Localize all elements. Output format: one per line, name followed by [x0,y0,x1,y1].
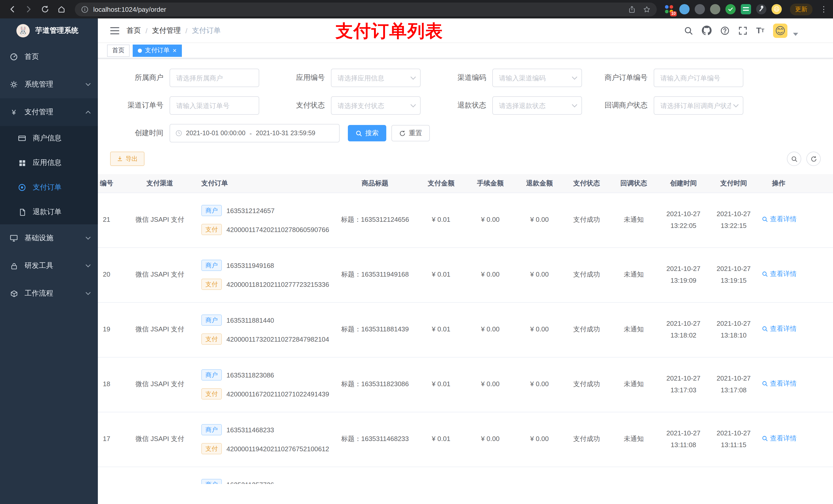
chevron-down-icon [572,104,577,107]
sidebar-item-home[interactable]: 首页 [0,43,98,71]
extension-proxy-icon[interactable]: 10 [664,4,674,14]
view-detail-link[interactable]: 查看详情 [762,214,796,225]
date-end-value[interactable]: 2021-10-31 23:59:59 [256,129,315,137]
order-id: 17 [103,435,111,443]
toggle-search-button[interactable] [787,152,801,166]
col-pay-order[interactable]: 支付订单 [195,174,334,193]
col-channel[interactable]: 支付渠道 [124,174,195,193]
extension-icon-green-check[interactable] [725,4,736,14]
export-button[interactable]: 导出 [110,152,144,166]
app-logo[interactable]: 🐰 芋道管理系统 [0,19,98,43]
merchant-order-no-field[interactable] [654,69,743,87]
payment-submenu: 商户信息 应用信息 支付订单 [0,126,98,224]
channel-code-select[interactable] [492,69,582,87]
url-text[interactable]: localhost:1024/pay/order [93,5,166,13]
github-icon[interactable] [702,26,712,35]
col-id[interactable]: 编号 [98,174,124,193]
url-bar[interactable]: localhost:1024/pay/order [75,2,657,16]
create-time-range-picker[interactable]: 2021-10-01 00:00:00 - 2021-10-31 23:59:5… [170,124,340,142]
sidebar-item-refund-order[interactable]: 退款订单 [0,200,98,224]
col-status[interactable]: 支付状态 [564,174,609,193]
filter-label: 渠道编码 [421,73,492,82]
sidebar-item-system[interactable]: 系统管理 [0,71,98,98]
owner-merchant-select[interactable] [170,69,259,87]
channel-code-input[interactable] [499,74,570,82]
col-refund[interactable]: 退款金额 [515,174,564,193]
view-detail-link[interactable]: 查看详情 [762,269,796,280]
view-detail-link[interactable]: 查看详情 [762,378,796,389]
sidebar-item-infra[interactable]: 基础设施 [0,224,98,252]
pay-status-input[interactable] [338,102,408,110]
col-create-time[interactable]: 创建时间 [658,174,709,193]
sidebar-item-devtools[interactable]: 研发工具 [0,252,98,280]
merchant-order-line: 商户 1635311949168 [201,260,332,271]
col-amount[interactable]: 支付金额 [416,174,466,193]
view-detail-link[interactable]: 查看详情 [762,323,796,335]
search-icon[interactable] [684,26,693,35]
extension-icon-olive[interactable] [710,4,720,14]
breadcrumb-home[interactable]: 首页 [126,26,141,35]
browser-reload-icon[interactable] [38,2,52,16]
date-start-value[interactable]: 2021-10-01 00:00:00 [186,129,245,137]
sidebar-item-app-info[interactable]: 应用信息 [0,150,98,175]
extension-icon-green-chat[interactable] [741,4,751,14]
sidebar-item-label: 商户信息 [33,134,62,143]
breadcrumb-payment[interactable]: 支付管理 [152,26,181,35]
pay-amount: ¥ 0.01 [432,326,450,333]
hamburger-icon[interactable] [110,26,119,34]
col-title[interactable]: 商品标题 [334,174,416,193]
table-row: 16 商户 1635311357726 支付 查看详情 [98,466,833,484]
pay-channel: 微信 JSAPI 支付 [136,380,185,388]
extension-pin-icon[interactable] [756,4,766,14]
sidebar-item-label: 基础设施 [25,234,53,243]
browser-home-icon[interactable] [54,2,69,16]
refund-status-select[interactable] [492,96,582,115]
filter-label: 创建时间 [98,128,170,138]
tab-close-icon[interactable]: × [173,47,176,54]
pay-order-line: 支付 4200001181202110277723215336 [201,279,332,290]
notify-status-select[interactable] [654,96,743,115]
sidebar-item-workflow[interactable]: 工作流程 [0,280,98,307]
browser-forward-icon[interactable] [22,2,36,16]
bookmark-star-icon[interactable] [643,5,651,13]
caret-down-icon[interactable] [793,32,798,35]
sidebar-item-pay-order[interactable]: 支付订单 [0,175,98,200]
question-icon[interactable] [720,26,730,35]
search-button[interactable]: 搜索 [348,125,386,141]
share-icon[interactable] [628,5,636,13]
col-actions[interactable]: 操作 [759,174,833,193]
browser-back-icon[interactable] [5,2,20,16]
font-size-icon[interactable]: TT [756,26,764,34]
app-no-select[interactable] [331,69,421,87]
channel-order-no-field[interactable] [170,96,259,115]
extension-icon-blue[interactable] [679,4,690,14]
sidebar-item-payment[interactable]: ¥ 支付管理 [0,98,98,126]
extension-icon-gray[interactable] [695,4,705,14]
pay-status-select[interactable] [331,96,421,115]
browser-menu-icon[interactable]: ⋮ [820,5,828,14]
filter-row-1: 所属商户 应用编号 渠道编码 [98,69,833,87]
avatar[interactable]: 😊 [773,23,787,38]
refund-status-input[interactable] [499,102,570,110]
pay-tag: 支付 [201,333,222,345]
tab-pay-order[interactable]: 支付订单 × [133,44,182,56]
view-detail-link[interactable]: 查看详情 [762,433,796,444]
refresh-table-button[interactable] [806,152,821,166]
notify-status-input[interactable] [660,102,731,110]
col-pay-time[interactable]: 支付时间 [709,174,759,193]
filter-label: 退款状态 [421,101,492,110]
reset-button[interactable]: 重置 [391,125,430,141]
sidebar-item-merchant-info[interactable]: 商户信息 [0,126,98,150]
fullscreen-icon[interactable] [738,26,747,35]
merchant-order-no-input[interactable] [660,74,739,82]
tab-home[interactable]: 首页 [107,44,129,56]
browser-update-button[interactable]: 更新 [790,3,812,15]
col-notify[interactable]: 回调状态 [609,174,658,193]
channel-order-no-input[interactable] [176,102,255,110]
owner-merchant-input[interactable] [176,74,255,82]
col-fee[interactable]: 手续金额 [466,174,515,193]
merchant-order-line: 商户 1635311468233 [201,424,332,435]
app-no-input[interactable] [338,74,408,82]
site-info-icon[interactable] [81,5,89,13]
extension-avatar-icon[interactable]: 😄 [771,4,782,14]
